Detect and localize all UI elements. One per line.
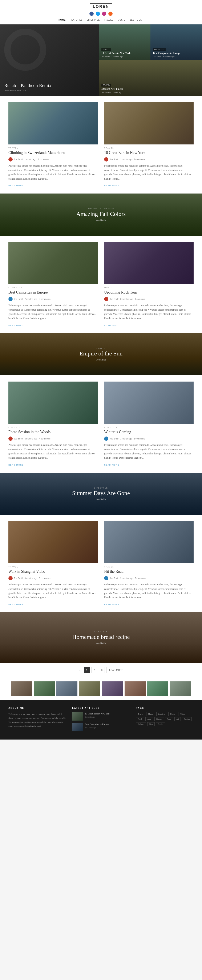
footer-article-1-info: 10 Great Bars in New York 1 month ago [85,712,110,718]
tag-culture[interactable]: Culture [136,722,146,726]
article-8-title: Hit the Road [104,569,194,574]
page-3-button[interactable]: 3 [99,667,105,673]
nav-home[interactable]: HOME [59,19,66,21]
article-3-excerpt: Pellentesque ornare nec mauris in commod… [8,303,98,320]
instagram-icon[interactable] [102,11,106,16]
article-2-category: TRAVEL [104,147,194,149]
prev-page-button[interactable]: ‹ [76,667,82,673]
thumb-5[interactable] [102,681,123,696]
banner-fall-category: TRAVEL · LIFESTYLE [76,208,126,210]
footer-article-2-image [72,723,83,731]
article-card-8: TRAVEL Hit the Road Joe Smith 2 months a… [104,521,194,606]
nav-travel[interactable]: TRAVEL [104,19,113,21]
article-2-read-more[interactable]: READ MORE [104,185,119,187]
article-card-4: MUSIC Upcoming Rock Tour Joe Smith 3 mon… [104,242,194,327]
banner-summer-author: Joe Smith [96,498,106,501]
footer-tags-list: Travel Music Lifestyle Photo Video Rock … [136,712,194,726]
article-5-image [8,382,98,424]
bottom-thumbnails [0,677,202,700]
hero-card-2[interactable]: LIFESTYLE Best Campsites in Europe Joe S… [150,24,202,60]
article-8-read-more[interactable]: READ MORE [104,603,119,606]
nav-music[interactable]: MUSIC [118,19,126,21]
thumb-4[interactable] [79,681,100,696]
banner-empire-author: Joe Smith [96,359,106,361]
tag-nature[interactable]: Nature [154,717,164,721]
thumb-2[interactable] [33,681,55,696]
site-logo[interactable]: LOREN [90,3,112,10]
footer-article-2[interactable]: Best Campsites in Europe 2 months ago [72,723,130,731]
footer-article-2-info: Best Campsites in Europe 2 months ago [85,723,109,729]
twitter-icon[interactable] [96,11,100,16]
thumb-6[interactable] [124,681,146,696]
article-4-image [104,242,194,284]
thumb-8[interactable] [170,681,191,696]
article-7-date: 3 months ago · 6 comments [24,577,50,579]
article-1-excerpt: Pellentesque ornare nec mauris in commod… [8,164,98,181]
tag-food[interactable]: Food [165,717,173,721]
article-4-author-row: Joe Smith 3 months ago · 1 comment [104,297,194,301]
article-2-author-name: Joe Smith [110,158,119,161]
banner-fall[interactable]: TRAVEL · LIFESTYLE Amazing Fall Colors J… [0,194,202,235]
hero-featured-meta: Joe Smith · LIFESTYLE [4,89,51,92]
banner-summer[interactable]: LIFESTYLE Summer Days Are Gone Joe Smith [0,473,202,515]
tag-art[interactable]: Art [175,717,181,721]
nav-lifestyle[interactable]: LIFESTYLE [87,19,100,21]
article-1-read-more[interactable]: READ MORE [8,185,24,187]
hero-featured[interactable]: Rehab – Pantheon Remix Joe Smith · LIFES… [0,24,99,96]
article-4-read-more[interactable]: READ MORE [104,324,119,326]
tag-rock[interactable]: Rock [136,717,144,721]
hero-card-2-content: LIFESTYLE Best Campsites in Europe Joe S… [153,47,181,58]
thumb-1[interactable] [11,681,32,696]
article-3-read-more[interactable]: READ MORE [8,324,24,326]
article-7-avatar [8,576,13,580]
tag-film[interactable]: Film [147,722,155,726]
articles-section-4: TRAVEL Walk in Shanghai Video Joe Smith … [0,515,202,612]
tag-video[interactable]: Video [178,712,187,716]
banner-empire[interactable]: TRAVEL Empire of the Sun Joe Smith [0,333,202,375]
article-6-read-more[interactable]: READ MORE [104,464,119,466]
article-1-author-name: Joe Smith [14,158,23,161]
article-2-avatar [104,157,108,162]
page-2-button[interactable]: 2 [91,667,97,673]
hero-card-1[interactable]: TRAVEL 10 Great Bars in New York Joe Smi… [99,24,150,60]
article-5-category: LIFESTYLE [8,426,98,428]
article-5-read-more[interactable]: READ MORE [8,464,24,466]
articles-grid-3: LIFESTYLE Photo Session in the Woods Joe… [8,382,194,466]
thumb-3[interactable] [56,681,78,696]
article-7-read-more[interactable]: READ MORE [8,603,24,606]
hero-right: TRAVEL 10 Great Bars in New York Joe Smi… [99,24,202,96]
load-more-button[interactable]: LOAD MORE [107,667,126,673]
tag-jazz[interactable]: Jazz [145,717,153,721]
rss-icon[interactable] [108,11,113,16]
nav-bestgear[interactable]: BEST GEAR [130,19,143,21]
article-7-title: Walk in Shanghai Video [8,569,98,574]
article-card-3: LIFESTYLE Best Campsites in Europe Joe S… [8,242,98,327]
hero-card-3[interactable]: TRAVEL Explore New Places Joe Smith · 1 … [99,60,202,96]
thumb-7[interactable] [147,681,168,696]
article-1-avatar [8,157,13,162]
article-card-7: TRAVEL Walk in Shanghai Video Joe Smith … [8,521,98,606]
hero-right-top: TRAVEL 10 Great Bars in New York Joe Smi… [99,24,202,60]
hero-featured-author: Joe Smith [4,89,13,92]
tag-books[interactable]: Books [156,722,165,726]
tag-travel[interactable]: Travel [136,712,145,716]
page-1-button[interactable]: 1 [84,667,90,673]
article-4-author-name: Joe Smith [110,298,119,300]
nav-features[interactable]: FEATURES [70,19,83,21]
tag-design[interactable]: Design [182,717,192,721]
article-card-6: LIFESTYLE Winter is Coming Joe Smith 1 m… [104,382,194,466]
footer-article-1-image [72,712,83,721]
hero-section: Rehab – Pantheon Remix Joe Smith · LIFES… [0,24,202,96]
footer-article-2-title: Best Campsites in Europe [85,723,109,726]
footer-article-1[interactable]: 10 Great Bars in New York 1 month ago [72,712,130,721]
site-header: LOREN HOME FEATURES LIFESTYLE TRAVEL MUS… [0,0,202,24]
article-7-author-name: Joe Smith [14,577,23,579]
facebook-icon[interactable] [89,11,94,16]
tag-lifestyle[interactable]: Lifestyle [156,712,167,716]
article-8-image [104,521,194,563]
article-5-date: 2 months ago · 4 comments [24,438,50,440]
tag-photo[interactable]: Photo [168,712,177,716]
tag-music[interactable]: Music [146,712,155,716]
article-5-avatar [8,436,13,441]
banner-bread[interactable]: LIFESTYLE Homemade bread recipe Joe Smit… [0,612,202,663]
